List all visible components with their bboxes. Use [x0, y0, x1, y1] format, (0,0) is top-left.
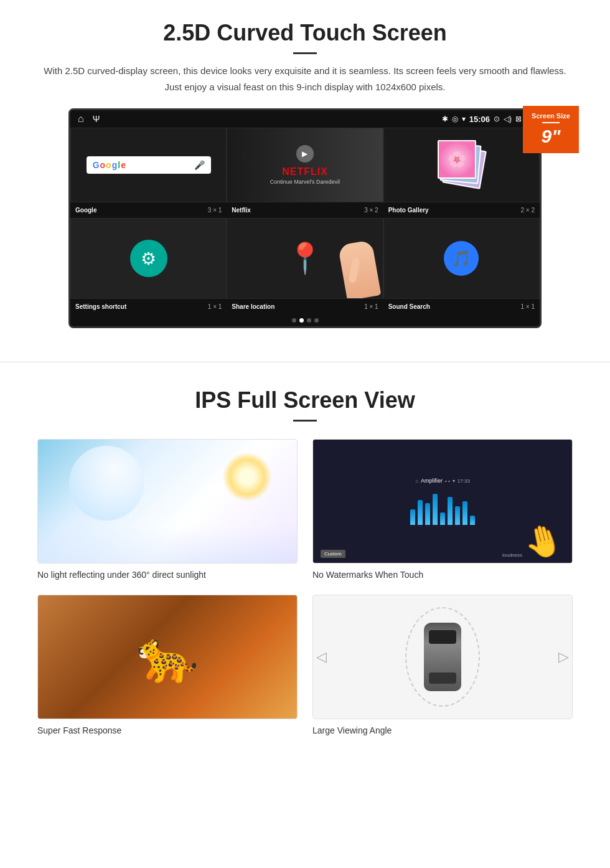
car-windshield: [429, 630, 456, 644]
car-circle: [405, 607, 480, 707]
wifi-icon: ▾: [462, 115, 466, 123]
eq-title: ⌂ Amplifier • • ▾ 17:33: [415, 478, 470, 484]
bluetooth-icon: ✱: [442, 115, 448, 123]
app-cell-sound[interactable]: 🎵: [383, 218, 540, 299]
eq-bar-2: [418, 500, 423, 525]
app-label-google-size: 3 × 1: [208, 207, 222, 214]
app-label-settings-name: Settings shortcut: [75, 303, 126, 310]
feature-img-cheetah: 🐆: [37, 595, 298, 719]
feature-label-cheetah: Super Fast Response: [37, 725, 298, 735]
music-note-icon: 🎵: [451, 249, 471, 268]
section2-underline: [293, 420, 317, 422]
feature-car: ◁ ▷ Large Viewing Angle: [312, 595, 573, 735]
car-top-view: [424, 623, 461, 691]
app-label-netflix: Netflix 3 × 2: [227, 205, 383, 215]
car-rear: [429, 672, 456, 684]
feature-label-car: Large Viewing Angle: [312, 725, 573, 735]
eq-home-icon: ⌂: [415, 478, 418, 484]
features-grid: No light reflecting under 360° direct su…: [37, 439, 573, 735]
eq-bar-1: [410, 509, 415, 525]
feature-img-car: ◁ ▷: [312, 595, 573, 719]
light-orb: [69, 446, 144, 521]
feature-label-sunlight: No light reflecting under 360° direct su…: [37, 570, 298, 580]
title-underline: [293, 52, 317, 54]
eq-time: 17:33: [458, 478, 470, 484]
app-cell-settings[interactable]: ⚙: [70, 218, 227, 299]
eq-bar-3: [425, 503, 430, 525]
arrow-right-icon: ▷: [558, 649, 569, 665]
gallery-flower: 🌸: [439, 141, 475, 177]
badge-underline: [542, 122, 560, 123]
hand-illustration: [337, 240, 381, 299]
play-button[interactable]: ▶: [296, 145, 314, 163]
volume-icon[interactable]: ◁): [504, 115, 512, 123]
dot-4: [314, 318, 319, 323]
feature-img-sunlight: [37, 439, 298, 564]
home-icon[interactable]: ⌂: [78, 113, 84, 125]
dot-3: [307, 318, 311, 323]
eq-dots: • •: [445, 478, 450, 484]
camera-icon[interactable]: ⊙: [494, 115, 500, 123]
device-mockup: Screen Size 9" ⌂ Ψ ✱ ◎ ▾ 15:06 ⊙ ◁) ⊠ ▭: [68, 108, 542, 328]
app-cell-share[interactable]: 📍: [227, 218, 383, 299]
google-logo: Google: [93, 160, 126, 170]
feature-watermarks: ⌂ Amplifier • • ▾ 17:33: [312, 439, 573, 580]
eq-wifi: ▾: [453, 478, 455, 484]
app-label-settings-size: 1 × 1: [208, 303, 222, 310]
status-bar: ⌂ Ψ ✱ ◎ ▾ 15:06 ⊙ ◁) ⊠ ▭: [70, 110, 540, 128]
feature-label-watermarks: No Watermarks When Touch: [312, 570, 573, 580]
app-label-netflix-size: 3 × 2: [364, 207, 378, 214]
eq-bar-8: [462, 501, 467, 525]
dot-1: [292, 318, 296, 323]
close-icon[interactable]: ⊠: [515, 115, 522, 123]
badge-label: Screen Size: [527, 112, 575, 120]
netflix-subtitle: Continue Marvel's Daredevil: [270, 179, 340, 185]
eq-bar-4: [433, 494, 438, 525]
eq-app-name: Amplifier: [421, 478, 443, 484]
section-divider: [0, 362, 610, 362]
eq-loudness-label: loudness: [502, 552, 522, 558]
sky-gradient: [38, 526, 297, 563]
app-cell-gallery[interactable]: 🌸: [383, 128, 540, 202]
netflix-logo: NETFLIX: [282, 166, 328, 177]
gear-icon: ⚙: [141, 248, 156, 269]
feature-img-watermarks: ⌂ Amplifier • • ▾ 17:33: [312, 439, 573, 564]
app-grid-row1: Google 🎤 ▶ NETFLIX Continue Marvel's Dar…: [70, 128, 540, 202]
screen-size-badge: Screen Size 9": [523, 106, 579, 153]
settings-icon-wrap: ⚙: [130, 240, 167, 277]
equalizer-illustration: ⌂ Amplifier • • ▾ 17:33: [313, 440, 572, 563]
gallery-card-front: 🌸: [438, 140, 476, 179]
eq-bars: [410, 488, 475, 525]
app-label-netflix-name: Netflix: [232, 207, 251, 214]
netflix-background: ▶ NETFLIX Continue Marvel's Daredevil: [227, 128, 382, 202]
google-search-bar[interactable]: Google 🎤: [87, 156, 211, 174]
eq-custom-btn: Custom: [321, 550, 345, 558]
section1-title: 2.5D Curved Touch Screen: [37, 20, 573, 46]
app-label-share-size: 1 × 1: [364, 303, 378, 310]
app-label-google-name: Google: [75, 207, 96, 214]
device-frame: ⌂ Ψ ✱ ◎ ▾ 15:06 ⊙ ◁) ⊠ ▭: [68, 108, 542, 328]
app-label-gallery: Photo Gallery 2 × 2: [383, 205, 540, 215]
eq-bar-5: [440, 512, 445, 525]
usb-icon: Ψ: [93, 114, 100, 124]
car-illustration: ◁ ▷: [313, 595, 572, 719]
gallery-stack: 🌸: [436, 140, 486, 190]
status-time: 15:06: [469, 115, 490, 124]
feature-sunlight: No light reflecting under 360° direct su…: [37, 439, 298, 580]
section2-title: IPS Full Screen View: [37, 387, 573, 413]
app-cell-netflix[interactable]: ▶ NETFLIX Continue Marvel's Daredevil: [227, 128, 383, 202]
app-label-share-name: Share location: [232, 303, 274, 310]
app-grid-row2: ⚙ 📍 🎵: [70, 218, 540, 299]
app-labels-row1: Google 3 × 1 Netflix 3 × 2 Photo Gallery…: [70, 202, 540, 218]
map-pin-icon: 📍: [286, 241, 324, 276]
mic-icon[interactable]: 🎤: [194, 160, 205, 170]
feature-cheetah: 🐆 Super Fast Response: [37, 595, 298, 735]
eq-bar-9: [470, 516, 475, 525]
app-label-sound-size: 1 × 1: [520, 303, 535, 310]
sunlight-illustration: [38, 440, 297, 563]
eq-bar-6: [448, 497, 453, 525]
app-cell-google[interactable]: Google 🎤: [70, 128, 227, 202]
cheetah-emoji: 🐆: [136, 628, 199, 686]
app-labels-row2: Settings shortcut 1 × 1 Share location 1…: [70, 299, 540, 314]
app-label-sound: Sound Search 1 × 1: [383, 301, 540, 312]
